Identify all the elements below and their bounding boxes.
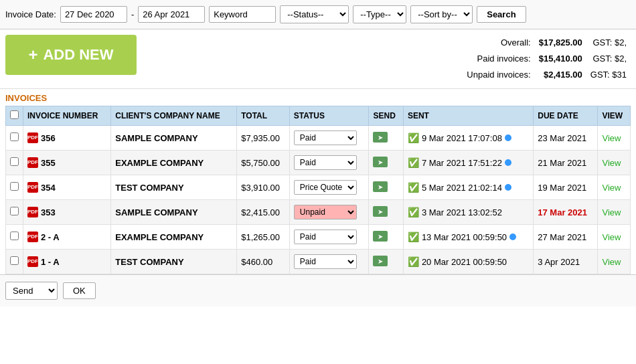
keyword-input[interactable]: [209, 6, 276, 23]
table-row: PDF1 - ATEST COMPANY$460.00PaidUnpaidPri…: [6, 250, 631, 274]
total-amount: $2,415.00: [241, 207, 280, 217]
type-select[interactable]: --Type-- Invoice Quote: [353, 5, 406, 23]
status-cell: PaidUnpaidPrice Quote: [289, 225, 369, 250]
invoice-number: 1 - A: [41, 257, 60, 267]
due-date: 21 Mar 2021: [538, 158, 586, 168]
date-to-input[interactable]: [138, 6, 205, 23]
sent-cell: ✅13 Mar 2021 00:59:50: [403, 225, 533, 250]
pdf-icon[interactable]: PDF: [27, 182, 38, 193]
send-icon[interactable]: [373, 256, 388, 266]
check-icon: ✅: [408, 132, 419, 143]
add-new-button[interactable]: + ADD NEW: [5, 35, 137, 75]
search-button[interactable]: Search: [477, 6, 526, 23]
row-checkbox[interactable]: [10, 207, 19, 215]
status-cell: PaidUnpaidPrice Quote: [289, 126, 369, 151]
due-date: 23 Mar 2021: [538, 133, 586, 143]
sent-cell: ✅9 Mar 2021 17:07:08: [403, 126, 533, 151]
company-name-cell: TEST COMPANY: [111, 175, 237, 200]
select-all-checkbox[interactable]: [10, 110, 19, 119]
date-separator: -: [131, 9, 134, 19]
sent-datetime: 20 Mar 2021 00:59:50: [422, 257, 507, 267]
send-icon[interactable]: [373, 132, 388, 143]
due-date-cell: 19 Mar 2021: [534, 175, 598, 200]
send-cell: [369, 225, 403, 250]
invoice-number: 353: [41, 207, 56, 217]
view-link[interactable]: View: [602, 183, 621, 193]
send-icon[interactable]: [373, 206, 388, 217]
sent-dot: [505, 134, 511, 141]
status-dropdown[interactable]: PaidUnpaidPrice Quote: [294, 230, 357, 244]
check-icon: ✅: [408, 207, 419, 217]
view-link[interactable]: View: [602, 207, 621, 217]
invoice-number-cell: PDF354: [23, 175, 111, 200]
send-icon[interactable]: [373, 157, 388, 167]
check-icon: ✅: [408, 232, 419, 242]
invoice-number: 356: [41, 133, 56, 143]
row-checkbox[interactable]: [10, 157, 19, 166]
invoice-number-cell: PDF2 - A: [23, 225, 111, 250]
table-row: PDF353SAMPLE COMPANY$2,415.00PaidUnpaidP…: [6, 200, 631, 225]
check-icon: ✅: [408, 256, 419, 267]
total-amount: $7,935.00: [241, 133, 280, 143]
plus-icon: +: [28, 46, 37, 64]
send-cell: [369, 151, 403, 175]
table-row: PDF355EXAMPLE COMPANY$5,750.00PaidUnpaid…: [6, 151, 631, 175]
status-dropdown[interactable]: PaidUnpaidPrice Quote: [294, 155, 357, 170]
row-checkbox[interactable]: [10, 182, 19, 191]
row-checkbox[interactable]: [10, 232, 19, 240]
status-dropdown[interactable]: PaidUnpaidPrice Quote: [294, 130, 357, 145]
company-name: SAMPLE COMPANY: [115, 133, 197, 143]
pdf-icon[interactable]: PDF: [27, 207, 38, 217]
pdf-icon[interactable]: PDF: [27, 132, 38, 143]
pdf-icon[interactable]: PDF: [27, 157, 38, 168]
total-amount: $460.00: [241, 257, 272, 267]
total-amount: $3,910.00: [241, 183, 280, 193]
total-cell: $2,415.00: [237, 200, 290, 225]
send-cell: [369, 126, 403, 151]
send-icon[interactable]: [373, 231, 388, 242]
overall-gst: GST: $2,: [586, 35, 631, 51]
company-name: TEST COMPANY: [115, 183, 183, 193]
total-cell: $5,750.00: [237, 151, 290, 175]
sent-dot: [505, 159, 511, 166]
col-sent: SENT: [403, 106, 533, 126]
view-link[interactable]: View: [602, 257, 621, 267]
invoice-number: 354: [41, 183, 56, 193]
invoice-date-label: Invoice Date:: [5, 9, 56, 19]
filter-bar: Invoice Date: - --Status-- Paid Unpaid P…: [0, 0, 636, 29]
due-date: 27 Mar 2021: [538, 232, 586, 242]
view-cell: View: [598, 175, 631, 200]
view-link[interactable]: View: [602, 133, 621, 143]
status-cell: PaidUnpaidPrice Quote: [289, 151, 369, 175]
bulk-action-select[interactable]: Send Delete Archive: [5, 282, 58, 300]
unpaid-label: Unpaid invoices:: [463, 67, 534, 83]
pdf-icon[interactable]: PDF: [27, 232, 38, 242]
overall-amount: $17,825.00: [535, 35, 586, 51]
pdf-icon[interactable]: PDF: [27, 256, 38, 267]
total-amount: $1,265.00: [241, 232, 280, 242]
row-checkbox[interactable]: [10, 256, 19, 265]
status-cell: PaidUnpaidPrice Quote: [289, 175, 369, 200]
sort-select[interactable]: --Sort by-- Date Amount Company: [410, 5, 473, 23]
sent-cell: ✅5 Mar 2021 21:02:14: [403, 175, 533, 200]
due-date-cell: 23 Mar 2021: [534, 126, 598, 151]
col-status: STATUS: [289, 106, 369, 126]
check-icon: ✅: [408, 157, 419, 168]
table-row: PDF354TEST COMPANY$3,910.00PaidUnpaidPri…: [6, 175, 631, 200]
date-from-input[interactable]: [60, 6, 127, 23]
status-dropdown[interactable]: PaidUnpaidPrice Quote: [294, 205, 357, 219]
paid-amount: $15,410.00: [535, 51, 586, 67]
view-cell: View: [598, 200, 631, 225]
view-link[interactable]: View: [602, 232, 621, 242]
view-link[interactable]: View: [602, 158, 621, 168]
status-select[interactable]: --Status-- Paid Unpaid Price Quote: [280, 5, 349, 23]
company-name-cell: EXAMPLE COMPANY: [111, 225, 237, 250]
status-dropdown[interactable]: PaidUnpaidPrice Quote: [294, 254, 357, 269]
due-date-cell: 17 Mar 2021: [534, 200, 598, 225]
table-row: PDF2 - AEXAMPLE COMPANY$1,265.00PaidUnpa…: [6, 225, 631, 250]
send-icon[interactable]: [373, 181, 388, 192]
row-checkbox[interactable]: [10, 132, 19, 141]
due-date-cell: 3 Apr 2021: [534, 250, 598, 274]
status-dropdown[interactable]: PaidUnpaidPrice Quote: [294, 180, 357, 195]
ok-button[interactable]: OK: [63, 282, 96, 299]
